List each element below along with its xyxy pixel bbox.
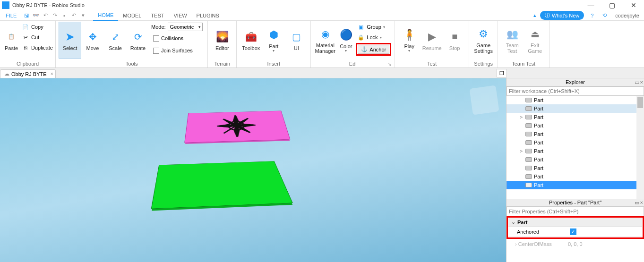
tab-model[interactable]: MODEL [118, 10, 146, 21]
tab-home[interactable]: HOME [93, 10, 118, 21]
property-section[interactable]: ⌄Part [508, 218, 642, 227]
part-icon: ⬢ [266, 27, 281, 42]
tree-row[interactable]: Part [507, 121, 644, 130]
duplicate-button[interactable]: ⎘Duplicate [20, 42, 55, 53]
tree-row[interactable]: Part [507, 96, 644, 104]
collisions-checkbox[interactable]: Collisions [151, 33, 203, 43]
part-button[interactable]: ⬢Part▾ [262, 22, 285, 59]
chevron-down-icon: ▾ [408, 49, 410, 53]
color-button[interactable]: 🔵Color▾ [336, 22, 355, 59]
tree-row[interactable]: Part [507, 138, 644, 147]
tab-view[interactable]: VIEW [169, 10, 191, 21]
stop-label: Stop [449, 45, 460, 51]
part-icon [525, 166, 532, 170]
group-btn-label: Group [367, 24, 381, 30]
qat-icon[interactable]: ▪ [60, 11, 69, 20]
tree-row[interactable]: Part [507, 104, 644, 113]
view-cube[interactable] [469, 85, 499, 115]
menu-bar: FILE 🖫 👓 ↶ ↷ ▪ ↶ ▾ HOME MODEL TEST VIEW … [0, 10, 644, 21]
resume-button[interactable]: ▶Resume [421, 22, 443, 59]
viewport-3d[interactable] [0, 78, 506, 262]
centerofmass-property[interactable]: › CenterOfMass 0, 0, 0 [507, 239, 644, 249]
team-test-button[interactable]: 👥TeamTest [501, 22, 524, 59]
document-tab[interactable]: ☁ Obby RJ BYTE × [0, 69, 56, 78]
anchored-property[interactable]: Anchored ✓ [508, 227, 642, 237]
pink-part[interactable] [184, 110, 290, 143]
game-settings-button[interactable]: ⚙GameSettings [472, 22, 495, 59]
rotate-button[interactable]: ⟳Rotate [127, 22, 149, 59]
scrollbar[interactable] [636, 96, 644, 199]
part-icon [525, 157, 532, 162]
group-button[interactable]: ▣Group▾ [355, 22, 392, 32]
binoculars-icon[interactable]: 👓 [32, 11, 40, 20]
toolbox-button[interactable]: 🧰Toolbox [240, 22, 262, 59]
tree-row[interactable]: >Part [507, 147, 644, 155]
minimize-button[interactable]: — [580, 0, 601, 10]
explorer-tree[interactable]: PartPart>PartPartPartPart>PartPartPartPa… [507, 96, 644, 199]
copy-button[interactable]: 📄Copy [20, 22, 55, 32]
undo-icon[interactable]: ↶ [41, 11, 50, 20]
whats-new-button[interactable]: ⓘ What's New [540, 11, 584, 20]
redo-icon[interactable]: ↷ [51, 11, 59, 20]
scale-icon: ⤢ [108, 29, 123, 44]
select-button[interactable]: ➤Select [59, 22, 81, 59]
tree-item-label: Part [534, 114, 543, 120]
editor-button[interactable]: 🌄Editor [211, 22, 233, 59]
anchored-checkbox[interactable]: ✓ [570, 228, 576, 235]
tab-test[interactable]: TEST [146, 10, 169, 21]
part-icon [525, 132, 532, 136]
play-button[interactable]: 🧍Play▾ [398, 22, 421, 59]
copy-icon: 📄 [22, 23, 29, 31]
material-button[interactable]: ◉MaterialManager [314, 22, 336, 59]
tree-item-label: Part [534, 140, 543, 145]
file-menu[interactable]: FILE [2, 13, 20, 18]
username-label[interactable]: coderjbyte [612, 13, 642, 18]
undock-icon[interactable]: ▭ [635, 200, 639, 206]
maximize-button[interactable]: ▢ [601, 0, 623, 10]
undock-icon[interactable]: ▭ [635, 79, 639, 85]
tree-row[interactable]: Part [507, 181, 644, 189]
tt-label2: Test [507, 48, 517, 54]
close-button[interactable]: ✕ [623, 0, 644, 10]
qat-drop-icon[interactable]: ▾ [79, 11, 87, 20]
lock-button[interactable]: 🔒Lock▾ [355, 32, 392, 42]
paste-button[interactable]: 📋 Paste [3, 22, 20, 59]
stop-button[interactable]: ■Stop [443, 22, 466, 59]
toolbox-label: Toolbox [242, 45, 260, 51]
collapse-ribbon-icon[interactable]: ▴ [533, 12, 536, 18]
join-surfaces-checkbox[interactable]: Join Surfaces [151, 45, 203, 56]
close-tab-icon[interactable]: × [51, 71, 53, 76]
ui-button[interactable]: ▢UI [285, 22, 308, 59]
tree-row[interactable]: Part [507, 130, 644, 138]
share-icon[interactable]: ⟲ [600, 11, 609, 20]
duplicate-icon: ⎘ [22, 44, 29, 51]
close-panel-icon[interactable]: × [640, 200, 643, 206]
tree-row[interactable]: >Part [507, 113, 644, 121]
scrollbar-thumb[interactable] [637, 97, 643, 108]
scale-button[interactable]: ⤢Scale [104, 22, 127, 59]
properties-filter-input[interactable] [507, 207, 644, 216]
close-panel-icon[interactable]: × [640, 79, 643, 85]
anchor-icon: ⚓ [361, 46, 368, 52]
undo2-icon[interactable]: ↶ [69, 11, 78, 20]
tt-label1: Team [506, 42, 519, 48]
anchor-button[interactable]: ⚓Anchor [358, 45, 389, 54]
eg-label1: Exit [531, 42, 539, 48]
tree-row[interactable]: Part [507, 155, 644, 164]
tab-plugins[interactable]: PLUGINS [192, 10, 224, 21]
green-part[interactable] [151, 161, 293, 209]
tree-row[interactable]: Part [507, 172, 644, 181]
tree-row[interactable]: Part [507, 164, 644, 172]
expander-icon[interactable]: > [519, 148, 524, 154]
exit-game-button[interactable]: ⏏ExitGame [524, 22, 546, 59]
explorer-filter-input[interactable] [507, 86, 644, 96]
move-button[interactable]: ✥Move [81, 22, 104, 59]
mode-select[interactable]: Geometric [168, 23, 203, 31]
group-arrow-icon[interactable]: ↘ [388, 62, 392, 67]
help-icon[interactable]: ? [588, 11, 596, 20]
expander-icon[interactable]: > [519, 114, 524, 120]
restore-panel-icon[interactable]: ❐ [497, 69, 507, 77]
mode-label: Mode: [151, 24, 166, 30]
save-icon[interactable]: 🖫 [22, 11, 31, 20]
cut-button[interactable]: ✂Cut [20, 32, 55, 42]
